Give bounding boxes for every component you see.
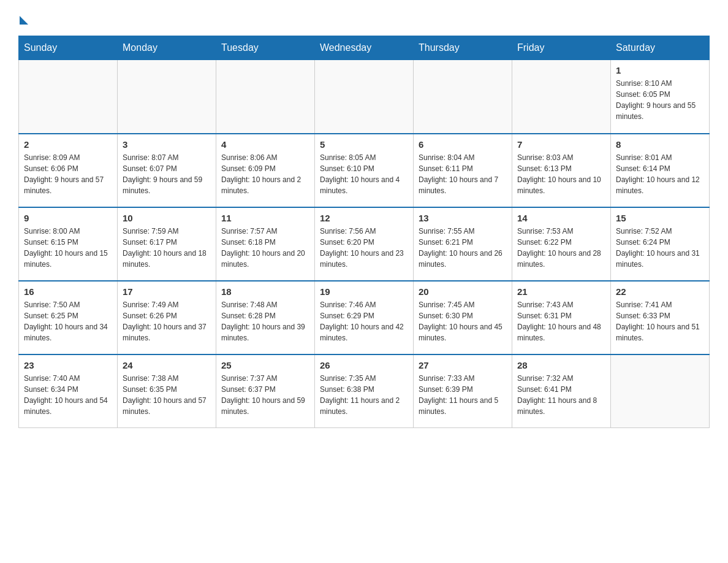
calendar-cell: 10Sunrise: 7:59 AM Sunset: 6:17 PM Dayli…: [118, 207, 216, 281]
day-number: 17: [123, 286, 211, 297]
day-info: Sunrise: 8:07 AM Sunset: 6:07 PM Dayligh…: [123, 152, 211, 196]
logo: [18, 12, 28, 25]
day-info: Sunrise: 7:59 AM Sunset: 6:17 PM Dayligh…: [123, 226, 211, 270]
day-number: 16: [24, 286, 112, 297]
calendar-cell: 16Sunrise: 7:50 AM Sunset: 6:25 PM Dayli…: [19, 281, 118, 354]
day-number: 23: [24, 360, 112, 370]
weekday-header-sunday: Sunday: [19, 36, 118, 60]
calendar-cell: 15Sunrise: 7:52 AM Sunset: 6:24 PM Dayli…: [611, 207, 710, 281]
day-info: Sunrise: 7:38 AM Sunset: 6:35 PM Dayligh…: [123, 373, 211, 417]
weekday-header-monday: Monday: [118, 36, 216, 60]
day-info: Sunrise: 8:03 AM Sunset: 6:13 PM Dayligh…: [517, 152, 605, 196]
day-number: 10: [123, 213, 211, 223]
calendar-cell: 24Sunrise: 7:38 AM Sunset: 6:35 PM Dayli…: [118, 354, 216, 428]
day-info: Sunrise: 8:04 AM Sunset: 6:11 PM Dayligh…: [419, 152, 507, 196]
day-number: 5: [320, 139, 408, 150]
weekday-row: SundayMondayTuesdayWednesdayThursdayFrid…: [19, 36, 710, 60]
day-info: Sunrise: 7:45 AM Sunset: 6:30 PM Dayligh…: [419, 299, 507, 343]
calendar-week-row: 1Sunrise: 8:10 AM Sunset: 6:05 PM Daylig…: [19, 60, 710, 134]
calendar-cell: 2Sunrise: 8:09 AM Sunset: 6:06 PM Daylig…: [19, 134, 118, 207]
calendar-cell: 28Sunrise: 7:32 AM Sunset: 6:41 PM Dayli…: [512, 354, 611, 428]
calendar-cell: [118, 60, 216, 134]
calendar-cell: 3Sunrise: 8:07 AM Sunset: 6:07 PM Daylig…: [118, 134, 216, 207]
day-info: Sunrise: 7:43 AM Sunset: 6:31 PM Dayligh…: [517, 299, 605, 343]
day-info: Sunrise: 7:56 AM Sunset: 6:20 PM Dayligh…: [320, 226, 408, 270]
day-info: Sunrise: 7:57 AM Sunset: 6:18 PM Dayligh…: [221, 226, 309, 270]
day-info: Sunrise: 8:00 AM Sunset: 6:15 PM Dayligh…: [24, 226, 112, 270]
weekday-header-wednesday: Wednesday: [315, 36, 414, 60]
day-number: 21: [517, 286, 605, 297]
calendar-cell: [611, 354, 710, 428]
calendar-cell: 14Sunrise: 7:53 AM Sunset: 6:22 PM Dayli…: [512, 207, 611, 281]
day-number: 6: [419, 139, 507, 150]
calendar-week-row: 16Sunrise: 7:50 AM Sunset: 6:25 PM Dayli…: [19, 281, 710, 354]
day-info: Sunrise: 7:50 AM Sunset: 6:25 PM Dayligh…: [24, 299, 112, 343]
calendar-cell: 1Sunrise: 8:10 AM Sunset: 6:05 PM Daylig…: [611, 60, 710, 134]
calendar-cell: 7Sunrise: 8:03 AM Sunset: 6:13 PM Daylig…: [512, 134, 611, 207]
calendar-cell: [216, 60, 315, 134]
calendar-cell: 11Sunrise: 7:57 AM Sunset: 6:18 PM Dayli…: [216, 207, 315, 281]
calendar-cell: 21Sunrise: 7:43 AM Sunset: 6:31 PM Dayli…: [512, 281, 611, 354]
day-number: 25: [221, 360, 309, 370]
calendar-cell: 8Sunrise: 8:01 AM Sunset: 6:14 PM Daylig…: [611, 134, 710, 207]
day-info: Sunrise: 7:48 AM Sunset: 6:28 PM Dayligh…: [221, 299, 309, 343]
day-info: Sunrise: 7:32 AM Sunset: 6:41 PM Dayligh…: [517, 373, 605, 417]
day-number: 20: [419, 286, 507, 297]
calendar-week-row: 23Sunrise: 7:40 AM Sunset: 6:34 PM Dayli…: [19, 354, 710, 428]
calendar-cell: 25Sunrise: 7:37 AM Sunset: 6:37 PM Dayli…: [216, 354, 315, 428]
calendar-cell: [315, 60, 414, 134]
calendar-cell: 22Sunrise: 7:41 AM Sunset: 6:33 PM Dayli…: [611, 281, 710, 354]
calendar-cell: [414, 60, 512, 134]
logo-arrow-icon: [20, 16, 28, 25]
calendar-week-row: 9Sunrise: 8:00 AM Sunset: 6:15 PM Daylig…: [19, 207, 710, 281]
day-number: 24: [123, 360, 211, 370]
day-number: 28: [517, 360, 605, 370]
calendar-cell: 26Sunrise: 7:35 AM Sunset: 6:38 PM Dayli…: [315, 354, 414, 428]
weekday-header-friday: Friday: [512, 36, 611, 60]
calendar-cell: 17Sunrise: 7:49 AM Sunset: 6:26 PM Dayli…: [118, 281, 216, 354]
day-number: 7: [517, 139, 605, 150]
day-number: 2: [24, 139, 112, 150]
weekday-header-thursday: Thursday: [414, 36, 512, 60]
day-number: 22: [616, 286, 704, 297]
calendar-cell: [19, 60, 118, 134]
day-info: Sunrise: 8:05 AM Sunset: 6:10 PM Dayligh…: [320, 152, 408, 196]
calendar-cell: 27Sunrise: 7:33 AM Sunset: 6:39 PM Dayli…: [414, 354, 512, 428]
calendar-body: 1Sunrise: 8:10 AM Sunset: 6:05 PM Daylig…: [19, 60, 710, 428]
day-info: Sunrise: 7:55 AM Sunset: 6:21 PM Dayligh…: [419, 226, 507, 270]
day-number: 15: [616, 213, 704, 223]
day-number: 8: [616, 139, 704, 150]
calendar-week-row: 2Sunrise: 8:09 AM Sunset: 6:06 PM Daylig…: [19, 134, 710, 207]
day-number: 4: [221, 139, 309, 150]
day-info: Sunrise: 8:01 AM Sunset: 6:14 PM Dayligh…: [616, 152, 704, 196]
day-info: Sunrise: 7:46 AM Sunset: 6:29 PM Dayligh…: [320, 299, 408, 343]
calendar-cell: 23Sunrise: 7:40 AM Sunset: 6:34 PM Dayli…: [19, 354, 118, 428]
calendar-cell: 9Sunrise: 8:00 AM Sunset: 6:15 PM Daylig…: [19, 207, 118, 281]
day-number: 12: [320, 213, 408, 223]
day-number: 19: [320, 286, 408, 297]
day-info: Sunrise: 7:33 AM Sunset: 6:39 PM Dayligh…: [419, 373, 507, 417]
day-number: 1: [616, 65, 704, 75]
day-number: 14: [517, 213, 605, 223]
day-number: 26: [320, 360, 408, 370]
day-number: 11: [221, 213, 309, 223]
day-info: Sunrise: 8:09 AM Sunset: 6:06 PM Dayligh…: [24, 152, 112, 196]
calendar-cell: 4Sunrise: 8:06 AM Sunset: 6:09 PM Daylig…: [216, 134, 315, 207]
day-info: Sunrise: 7:35 AM Sunset: 6:38 PM Dayligh…: [320, 373, 408, 417]
weekday-header-tuesday: Tuesday: [216, 36, 315, 60]
calendar-cell: 20Sunrise: 7:45 AM Sunset: 6:30 PM Dayli…: [414, 281, 512, 354]
day-number: 9: [24, 213, 112, 223]
calendar-table: SundayMondayTuesdayWednesdayThursdayFrid…: [18, 36, 710, 428]
day-info: Sunrise: 7:41 AM Sunset: 6:33 PM Dayligh…: [616, 299, 704, 343]
calendar-cell: 19Sunrise: 7:46 AM Sunset: 6:29 PM Dayli…: [315, 281, 414, 354]
calendar-cell: 5Sunrise: 8:05 AM Sunset: 6:10 PM Daylig…: [315, 134, 414, 207]
day-info: Sunrise: 7:40 AM Sunset: 6:34 PM Dayligh…: [24, 373, 112, 417]
day-info: Sunrise: 7:52 AM Sunset: 6:24 PM Dayligh…: [616, 226, 704, 270]
calendar-cell: 6Sunrise: 8:04 AM Sunset: 6:11 PM Daylig…: [414, 134, 512, 207]
calendar-cell: [512, 60, 611, 134]
calendar-cell: 13Sunrise: 7:55 AM Sunset: 6:21 PM Dayli…: [414, 207, 512, 281]
day-info: Sunrise: 8:06 AM Sunset: 6:09 PM Dayligh…: [221, 152, 309, 196]
day-info: Sunrise: 7:49 AM Sunset: 6:26 PM Dayligh…: [123, 299, 211, 343]
calendar-cell: 12Sunrise: 7:56 AM Sunset: 6:20 PM Dayli…: [315, 207, 414, 281]
weekday-header-saturday: Saturday: [611, 36, 710, 60]
